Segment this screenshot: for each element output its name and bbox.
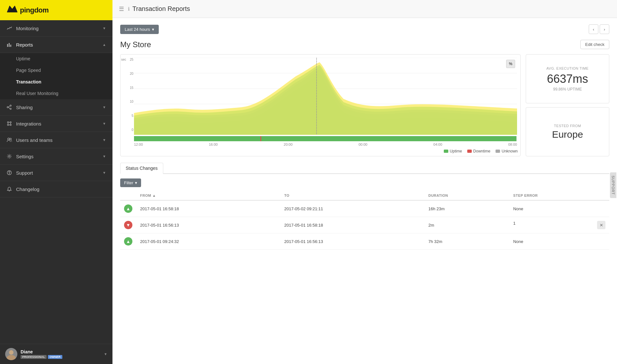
sidebar-item-reports[interactable]: Reports ▲	[0, 37, 112, 53]
sidebar-item-users[interactable]: Users and teams ▼	[0, 132, 112, 148]
tab-status-changes[interactable]: Status Changes	[120, 163, 163, 174]
logo-icon	[6, 4, 18, 16]
sidebar-item-transaction[interactable]: Transaction	[0, 76, 112, 88]
logo: pingdom	[6, 4, 49, 16]
duration-cell: 2m	[425, 217, 509, 233]
svg-point-6	[10, 108, 11, 109]
filter-dropdown-icon: ▾	[135, 180, 137, 185]
chart-stats-row: sec 25 20 15 10 5 0	[120, 54, 609, 156]
user-name: Diane	[21, 349, 62, 354]
users-icon	[6, 137, 12, 143]
settings-icon	[6, 153, 12, 159]
reports-submenu: Uptime Page Speed Transaction Real User …	[0, 53, 112, 99]
integrations-icon	[6, 121, 12, 126]
next-button[interactable]: ›	[600, 24, 609, 34]
uptime-pct-label: 99.86% UPTIME	[553, 87, 582, 91]
y-label-10: 10	[124, 100, 133, 103]
col-to-header[interactable]: TO	[280, 191, 424, 200]
time-label-1: 16:00	[209, 143, 218, 146]
legend-unknown-dot	[496, 150, 500, 153]
sidebar: pingdom Monitoring ▼ Reports ▲ Uptime Pa…	[0, 0, 112, 364]
status-icon: ▼	[124, 221, 132, 229]
svg-point-7	[7, 107, 8, 108]
sidebar-item-label-changelog: Changelog	[16, 186, 40, 192]
time-label-4: 04:00	[434, 143, 443, 146]
page-title: ℹ Transaction Reports	[128, 5, 190, 13]
bell-icon	[6, 186, 12, 192]
sidebar-item-uptime[interactable]: Uptime	[0, 53, 112, 65]
logo-area: pingdom	[0, 0, 112, 20]
col-step-error-header[interactable]: STEP ERROR	[509, 191, 609, 200]
time-labels: 12:00 16:00 20:00 00:00 04:00 08:00	[121, 141, 520, 148]
time-range-label: Last 24 hours	[125, 27, 150, 32]
expand-row-button[interactable]: ✕	[597, 221, 605, 229]
chart-inner: sec 25 20 15 10 5 0	[121, 55, 520, 136]
time-range-button[interactable]: Last 24 hours ▾	[120, 25, 159, 34]
filter-row: Filter ▾	[120, 178, 609, 187]
legend-unknown-label: Unknown	[502, 149, 518, 153]
step-error-cell: 1✕	[509, 217, 609, 233]
sidebar-item-rum[interactable]: Real User Monitoring	[0, 88, 112, 99]
svg-line-9	[8, 107, 10, 109]
stats-column: AVG. EXECUTION TIME 6637ms 99.86% UPTIME…	[526, 54, 609, 156]
controls-row: Last 24 hours ▾ ‹ ›	[120, 24, 609, 34]
from-cell: 2017-05-01 16:56:13	[136, 217, 280, 233]
badge-pro: PROFESSIONAL	[21, 355, 47, 359]
sidebar-item-monitoring[interactable]: Monitoring ▼	[0, 20, 112, 37]
chart-svg	[134, 58, 517, 135]
duration-cell: 7h 32m	[425, 233, 509, 250]
col-status-header	[120, 191, 136, 200]
user-info: Diane PROFESSIONAL OWNER	[5, 348, 62, 360]
avg-execution-label: AVG. EXECUTION TIME	[546, 66, 588, 70]
user-chevron-icon[interactable]: ▼	[104, 352, 107, 356]
col-duration-header[interactable]: DURATION	[425, 191, 509, 200]
content-area: Last 24 hours ▾ ‹ › My Store Edit check …	[112, 18, 617, 364]
y-label-5: 5	[124, 114, 133, 117]
pct-button[interactable]: %	[506, 60, 515, 68]
table-body: ▲ 2017-05-01 16:58:18 2017-05-02 09:21:1…	[120, 200, 609, 250]
y-label-0: 0	[124, 128, 133, 132]
avg-execution-value: 6637ms	[547, 72, 588, 86]
status-icon: ▲	[124, 237, 132, 246]
legend-unknown: Unknown	[496, 149, 518, 153]
tested-from-label: TESTED FROM	[554, 124, 581, 128]
user-area[interactable]: Diane PROFESSIONAL OWNER ▼	[0, 344, 112, 364]
filter-label: Filter	[124, 180, 133, 185]
edit-check-button[interactable]: Edit check	[580, 40, 609, 49]
prev-button[interactable]: ‹	[589, 24, 598, 34]
svg-point-18	[8, 138, 10, 140]
page-title-text: Transaction Reports	[132, 5, 190, 13]
y-label-25: 25	[124, 58, 133, 61]
svg-point-20	[9, 156, 10, 157]
sidebar-item-page-speed[interactable]: Page Speed	[0, 65, 112, 76]
to-cell: 2017-05-02 09:21:11	[280, 200, 424, 217]
sidebar-item-support[interactable]: Support ▼	[0, 165, 112, 181]
filter-button[interactable]: Filter ▾	[120, 178, 141, 187]
support-tab[interactable]: SUPPORT	[610, 172, 616, 198]
sidebar-item-integrations[interactable]: Integrations ▼	[0, 116, 112, 132]
status-icon: ▲	[124, 204, 132, 213]
user-badges: PROFESSIONAL OWNER	[21, 355, 62, 359]
y-label-20: 20	[124, 72, 133, 75]
col-from-header[interactable]: FROM	[136, 191, 280, 200]
duration-cell: 16h 23m	[425, 200, 509, 217]
svg-point-19	[10, 138, 12, 140]
svg-point-11	[10, 122, 11, 123]
sidebar-item-changelog[interactable]: Changelog	[0, 181, 112, 197]
legend-downtime-label: Downtime	[473, 149, 490, 153]
status-cell: ▲	[120, 233, 136, 250]
tested-from-value: Europe	[552, 129, 583, 140]
sidebar-item-settings[interactable]: Settings ▼	[0, 148, 112, 165]
svg-point-12	[7, 124, 9, 126]
avatar	[5, 348, 17, 360]
users-chevron: ▼	[103, 138, 106, 142]
svg-point-10	[7, 122, 9, 123]
time-label-5: 08:00	[508, 143, 517, 146]
table-row: ▼ 2017-05-01 16:56:13 2017-05-01 16:58:1…	[120, 217, 609, 233]
sidebar-item-label-reports: Reports	[16, 42, 33, 48]
sidebar-toggle-icon[interactable]: ☰	[119, 5, 124, 13]
svg-point-22	[9, 350, 13, 355]
uptime-segment-red	[260, 136, 261, 141]
sidebar-item-label-settings: Settings	[16, 154, 33, 159]
sidebar-item-sharing[interactable]: Sharing ▼	[0, 99, 112, 116]
